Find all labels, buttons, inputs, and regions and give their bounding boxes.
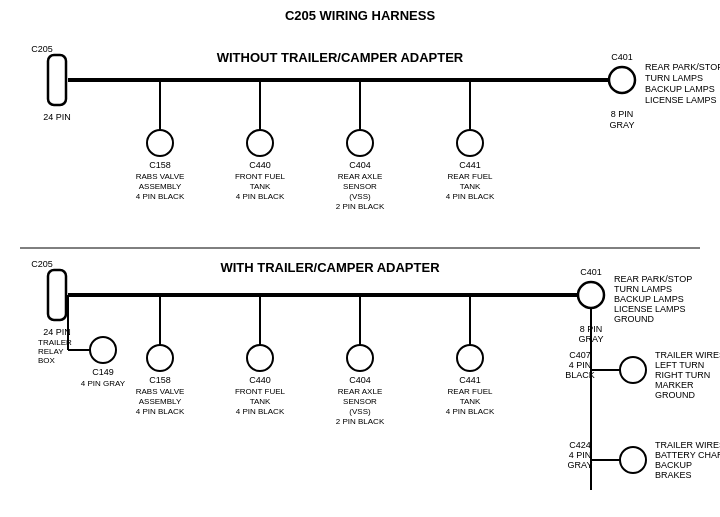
svg-point-25	[457, 345, 483, 371]
bottom-right-desc-2: TURN LAMPS	[614, 284, 672, 294]
top-c158-line3: 4 PIN BLACK	[136, 192, 185, 201]
bottom-c404-line4: 2 PIN BLACK	[336, 417, 385, 426]
top-right-desc-1: REAR PARK/STOP	[645, 62, 720, 72]
svg-point-2	[609, 67, 635, 93]
bottom-section-title: WITH TRAILER/CAMPER ADAPTER	[220, 260, 440, 275]
bottom-c404-line3: (VSS)	[349, 407, 371, 416]
bottom-c440-line1: FRONT FUEL	[235, 387, 286, 396]
bottom-left-connector-id: C205	[31, 259, 53, 269]
top-c404-id: C404	[349, 160, 371, 170]
bottom-c441-line2: TANK	[460, 397, 481, 406]
top-c404-line3: (VSS)	[349, 192, 371, 201]
bottom-c407-id: C407	[569, 350, 591, 360]
bottom-c149-id: C149	[92, 367, 114, 377]
top-c440-line1: FRONT FUEL	[235, 172, 286, 181]
bottom-c424-color: GRAY	[568, 460, 593, 470]
bottom-c441-line3: 4 PIN BLACK	[446, 407, 495, 416]
top-right-desc-2: TURN LAMPS	[645, 73, 703, 83]
bottom-c158-line2: ASSEMBLY	[139, 397, 182, 406]
top-right-pins: 8 PIN	[611, 109, 634, 119]
top-c404-line4: 2 PIN BLACK	[336, 202, 385, 211]
bottom-right-desc-1: REAR PARK/STOP	[614, 274, 692, 284]
svg-rect-1	[48, 55, 66, 105]
top-c440-line3: 4 PIN BLACK	[236, 192, 285, 201]
top-right-connector-id: C401	[611, 52, 633, 62]
top-c441-line1: REAR FUEL	[448, 172, 493, 181]
top-c440-id: C440	[249, 160, 271, 170]
diagram-container: C205 WIRING HARNESS WITHOUT TRAILER/CAMP…	[0, 0, 720, 517]
top-c158-line1: RABS VALVE	[136, 172, 185, 181]
bottom-c404-id: C404	[349, 375, 371, 385]
bottom-c158-id: C158	[149, 375, 171, 385]
top-right-desc-4: LICENSE LAMPS	[645, 95, 717, 105]
bottom-c424-id: C424	[569, 440, 591, 450]
bottom-right-desc-5: GROUND	[614, 314, 654, 324]
svg-point-28	[620, 357, 646, 383]
bottom-c407-desc4: MARKER	[655, 380, 694, 390]
top-right-desc-3: BACKUP LAMPS	[645, 84, 715, 94]
bottom-c404-line1: REAR AXLE	[338, 387, 382, 396]
bottom-c424-pins: 4 PIN	[569, 450, 592, 460]
svg-point-4	[147, 130, 173, 156]
svg-point-16	[90, 337, 116, 363]
svg-rect-13	[48, 270, 66, 320]
bottom-right-desc-4: LICENSE LAMPS	[614, 304, 686, 314]
svg-point-17	[578, 282, 604, 308]
bottom-c149-pins: 4 PIN GRAY	[81, 379, 126, 388]
bottom-c424-desc3: BACKUP	[655, 460, 692, 470]
bottom-c158-line3: 4 PIN BLACK	[136, 407, 185, 416]
bottom-left-connector-pins: 24 PIN	[43, 327, 71, 337]
bottom-c440-line3: 4 PIN BLACK	[236, 407, 285, 416]
bottom-c158-line1: RABS VALVE	[136, 387, 185, 396]
bottom-c424-desc1: TRAILER WIRES	[655, 440, 720, 450]
bottom-right-desc-3: BACKUP LAMPS	[614, 294, 684, 304]
bottom-c407-desc5: GROUND	[655, 390, 695, 400]
bottom-c440-id: C440	[249, 375, 271, 385]
bottom-c407-color: BLACK	[565, 370, 595, 380]
trailer-relay-label1: TRAILER	[38, 338, 72, 347]
svg-point-23	[347, 345, 373, 371]
top-c441-id: C441	[459, 160, 481, 170]
svg-point-10	[457, 130, 483, 156]
bottom-c407-desc2: LEFT TURN	[655, 360, 704, 370]
top-left-connector-id: C205	[31, 44, 53, 54]
svg-point-19	[147, 345, 173, 371]
top-right-color: GRAY	[610, 120, 635, 130]
top-left-connector-pins: 24 PIN	[43, 112, 71, 122]
bottom-c424-desc2: BATTERY CHARGE	[655, 450, 720, 460]
bottom-c424-desc4: BRAKES	[655, 470, 692, 480]
bottom-c407-pins: 4 PIN	[569, 360, 592, 370]
trailer-relay-label3: BOX	[38, 356, 56, 365]
svg-point-8	[347, 130, 373, 156]
top-c404-line1: REAR AXLE	[338, 172, 382, 181]
top-c441-line3: 4 PIN BLACK	[446, 192, 495, 201]
bottom-c441-id: C441	[459, 375, 481, 385]
bottom-c407-desc1: TRAILER WIRES	[655, 350, 720, 360]
top-c441-line2: TANK	[460, 182, 481, 191]
trailer-relay-label2: RELAY	[38, 347, 64, 356]
svg-point-6	[247, 130, 273, 156]
bottom-c440-line2: TANK	[250, 397, 271, 406]
top-c440-line2: TANK	[250, 182, 271, 191]
bottom-c404-line2: SENSOR	[343, 397, 377, 406]
top-c404-line2: SENSOR	[343, 182, 377, 191]
bottom-right-connector-id: C401	[580, 267, 602, 277]
bottom-c407-desc3: RIGHT TURN	[655, 370, 710, 380]
top-c158-id: C158	[149, 160, 171, 170]
top-section-title: WITHOUT TRAILER/CAMPER ADAPTER	[217, 50, 464, 65]
bottom-c441-line1: REAR FUEL	[448, 387, 493, 396]
svg-point-30	[620, 447, 646, 473]
svg-point-21	[247, 345, 273, 371]
main-title: C205 WIRING HARNESS	[285, 8, 436, 23]
top-c158-line2: ASSEMBLY	[139, 182, 182, 191]
